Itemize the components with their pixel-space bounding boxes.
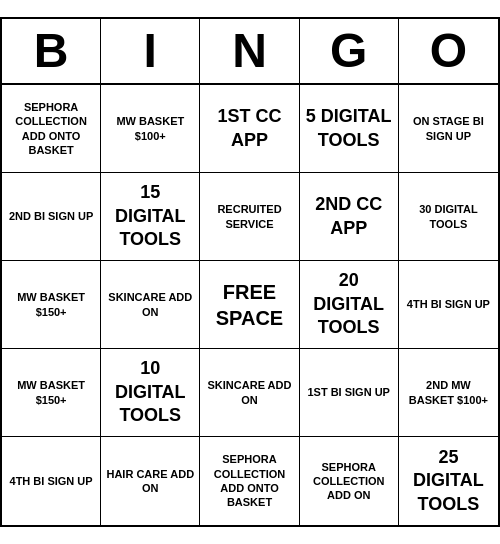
- bingo-cell-22: SEPHORA COLLECTION ADD ONTO BASKET: [200, 437, 299, 525]
- bingo-cell-23: SEPHORA COLLECTION ADD ON: [300, 437, 399, 525]
- bingo-cell-7: RECRUITED SERVICE: [200, 173, 299, 261]
- bingo-cell-17: SKINCARE ADD ON: [200, 349, 299, 437]
- bingo-cell-3: 5 DIGITAL TOOLS: [300, 85, 399, 173]
- bingo-cell-15: MW BASKET $150+: [2, 349, 101, 437]
- bingo-grid: SEPHORA COLLECTION ADD ONTO BASKETMW BAS…: [2, 85, 498, 525]
- bingo-cell-14: 4TH BI SIGN UP: [399, 261, 498, 349]
- bingo-cell-1: MW BASKET $100+: [101, 85, 200, 173]
- bingo-cell-11: SKINCARE ADD ON: [101, 261, 200, 349]
- bingo-cell-13: 20 DIGITAL TOOLS: [300, 261, 399, 349]
- bingo-cell-0: SEPHORA COLLECTION ADD ONTO BASKET: [2, 85, 101, 173]
- bingo-letter-o: O: [399, 19, 498, 83]
- bingo-cell-19: 2ND MW BASKET $100+: [399, 349, 498, 437]
- bingo-card: BINGO SEPHORA COLLECTION ADD ONTO BASKET…: [0, 17, 500, 527]
- bingo-letter-i: I: [101, 19, 200, 83]
- bingo-cell-8: 2ND CC APP: [300, 173, 399, 261]
- bingo-letter-n: N: [200, 19, 299, 83]
- bingo-cell-24: 25 DIGITAL TOOLS: [399, 437, 498, 525]
- bingo-cell-21: HAIR CARE ADD ON: [101, 437, 200, 525]
- bingo-cell-9: 30 DIGITAL TOOLS: [399, 173, 498, 261]
- bingo-letter-g: G: [300, 19, 399, 83]
- bingo-cell-6: 15 DIGITAL TOOLS: [101, 173, 200, 261]
- bingo-cell-10: MW BASKET $150+: [2, 261, 101, 349]
- bingo-cell-16: 10 DIGITAL TOOLS: [101, 349, 200, 437]
- bingo-cell-2: 1ST CC APP: [200, 85, 299, 173]
- bingo-cell-5: 2ND BI SIGN UP: [2, 173, 101, 261]
- bingo-cell-18: 1ST BI SIGN UP: [300, 349, 399, 437]
- bingo-cell-20: 4TH BI SIGN UP: [2, 437, 101, 525]
- bingo-cell-4: ON STAGE BI SIGN UP: [399, 85, 498, 173]
- bingo-header: BINGO: [2, 19, 498, 85]
- bingo-letter-b: B: [2, 19, 101, 83]
- bingo-cell-12: FREE SPACE: [200, 261, 299, 349]
